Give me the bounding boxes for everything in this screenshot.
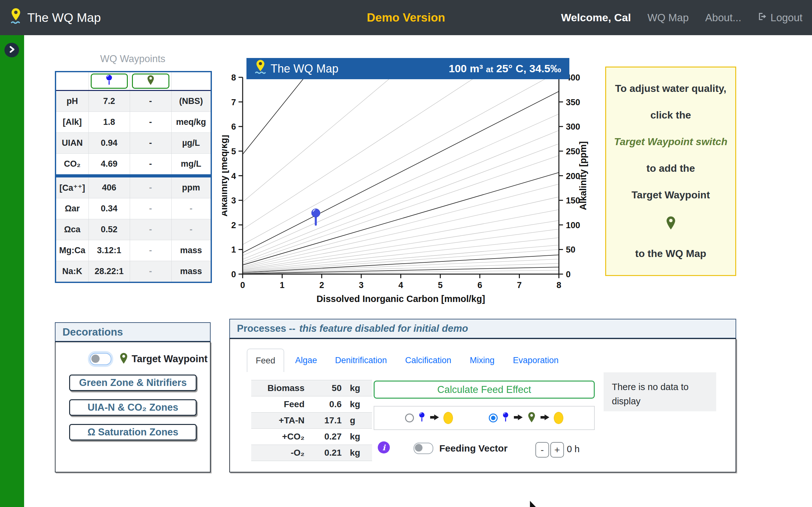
waypoints-table-row: Mg:Ca3.12:1-mass [55, 240, 211, 261]
radio-unselected-icon[interactable] [405, 413, 414, 422]
tab-evaporation[interactable]: Evaporation [501, 355, 571, 365]
target-pin-icon [119, 352, 129, 366]
feed-row-label: +CO₂ [251, 429, 311, 445]
instructions-panel: To adjust water quality, click the Targe… [605, 66, 736, 276]
waypoints-table-row: CO₂4.69-mg/L [55, 154, 211, 176]
tab-denitrification[interactable]: Denitrification [326, 355, 396, 365]
svg-text:8: 8 [231, 73, 236, 82]
chart-title: The WQ Map [270, 62, 339, 75]
parameter-label: CO₂ [55, 154, 89, 176]
nav-about-link[interactable]: About... [705, 12, 741, 24]
feed-row-unit: kg [347, 380, 372, 396]
target-waypoint-toggle[interactable] [90, 353, 111, 365]
feed-mode-option-target[interactable] [489, 412, 563, 424]
parameter-label: Ωar [55, 199, 89, 219]
unit-label: mg/L [171, 154, 211, 176]
app-brand[interactable]: The WQ Map [9, 8, 101, 27]
feed-table-row: +TA-N17.1g [251, 412, 372, 429]
feed-mode-option-current[interactable] [405, 412, 453, 424]
unit-label: mass [171, 240, 211, 261]
demo-version-label: Demo Version [367, 11, 445, 24]
svg-text:350: 350 [566, 98, 580, 107]
feed-row-unit: g [347, 412, 372, 429]
target-waypoint-value: - [130, 154, 171, 176]
ph-isolines [243, 58, 559, 274]
decoration-button-2[interactable]: Ω Saturation Zones [69, 424, 197, 441]
feed-table-row: Biomass50kg [251, 380, 372, 396]
feed-row-value: 50 [311, 380, 347, 396]
target-waypoint-value: - [130, 219, 171, 240]
feed-row-value: 0.6 [311, 396, 347, 412]
wq-map-app: The WQ Map Demo Version Welcome, Cal WQ … [0, 0, 812, 507]
mouse-cursor [527, 500, 540, 507]
target-waypoint-value: - [130, 199, 171, 219]
app-logo-pin-icon [9, 8, 22, 27]
svg-text:7: 7 [517, 280, 522, 290]
chart-plot[interactable]: 0123456780501001502002503003504000123456… [222, 58, 603, 312]
unit-label: ppm [171, 176, 211, 199]
svg-text:5: 5 [438, 280, 443, 290]
current-waypoint-header-button[interactable] [91, 73, 128, 89]
unit-label: mass [171, 261, 211, 283]
svg-text:3: 3 [231, 196, 236, 205]
waypoints-table-row: UIAN0.94-µg/L [55, 133, 211, 154]
instructions-line: To adjust water quality, [615, 83, 726, 95]
parameter-label: Ωca [55, 219, 89, 240]
instructions-line: to add the [647, 163, 695, 174]
svg-text:0: 0 [231, 270, 236, 279]
decoration-button-0[interactable]: Green Zone & Nitrifiers [69, 375, 197, 391]
info-icon[interactable]: i [378, 441, 390, 453]
waypoints-table-row: Na:K28.22:1-mass [55, 261, 211, 283]
chart-conditions: 100 m³ at 25° C, 34.5‰ [449, 62, 561, 75]
feed-row-label: -O₂ [251, 445, 311, 461]
chart-header: The WQ Map 100 m³ at 25° C, 34.5‰ [247, 58, 569, 79]
logout-icon [758, 12, 767, 24]
processes-header: Processes -- this feature disabled for i… [229, 319, 736, 338]
waypoints-header-row [55, 72, 211, 91]
waypoints-header-units [171, 72, 211, 91]
target-waypoint-value: - [130, 133, 171, 154]
hours-decrement-button[interactable]: - [536, 442, 549, 458]
target-waypoint-value: - [130, 91, 171, 112]
instructions-line-switch: Target Waypoint switch [614, 136, 727, 148]
target-waypoint-value: - [130, 176, 171, 199]
nav-logout-link[interactable]: Logout [758, 12, 803, 24]
feed-row-label: Feed [251, 396, 311, 412]
svg-text:4: 4 [398, 280, 403, 290]
sidebar [0, 35, 24, 507]
radio-selected-icon[interactable] [489, 413, 498, 422]
svg-text:0: 0 [240, 280, 245, 290]
feed-row-value: 0.27 [311, 429, 347, 445]
target-waypoint-toggle-label: Target Waypoint [132, 353, 207, 365]
calculate-feed-effect-button[interactable]: Calculate Feed Effect [374, 381, 595, 399]
feeding-vector-label: Feeding Vector [439, 443, 507, 454]
unit-label: µg/L [171, 133, 211, 154]
chevron-right-icon [8, 45, 16, 55]
instructions-line: Target Waypoint [631, 189, 710, 201]
unit-label: - [171, 219, 211, 240]
waypoints-header-empty [55, 72, 89, 91]
instructions-line: to the WQ Map [635, 248, 706, 260]
waypoints-table: pH7.2-(NBS)[Alk]1.8-meq/kgUIAN0.94-µg/LC… [55, 71, 212, 283]
target-waypoint-header-button[interactable] [132, 73, 169, 89]
result-point-icon [444, 412, 453, 424]
svg-text:4: 4 [231, 171, 236, 181]
x-axis-title: Dissolved Inorganic Carbon [mmol/kg] [316, 294, 485, 304]
feeding-vector-toggle[interactable] [414, 443, 433, 454]
parameter-label: pH [55, 91, 89, 112]
feed-row-value: 17.1 [311, 412, 347, 429]
app-title: The WQ Map [27, 11, 101, 25]
unit-label: - [171, 199, 211, 219]
target-waypoint-value: - [130, 261, 171, 283]
current-waypoint-value: 0.34 [89, 199, 130, 219]
current-waypoint-value: 7.2 [89, 91, 130, 112]
sidebar-expand-button[interactable] [4, 43, 19, 57]
current-waypoint-value: 4.69 [89, 154, 130, 176]
decoration-button-1[interactable]: UIA-N & CO₂ Zones [69, 399, 197, 416]
hours-increment-button[interactable]: + [550, 442, 564, 458]
chart-axes [243, 77, 559, 274]
svg-text:50: 50 [566, 245, 575, 255]
current-waypoint-value: 3.12:1 [89, 240, 130, 261]
nav-wq-map-link[interactable]: WQ Map [647, 12, 689, 24]
parameter-label: [Alk] [55, 112, 89, 133]
